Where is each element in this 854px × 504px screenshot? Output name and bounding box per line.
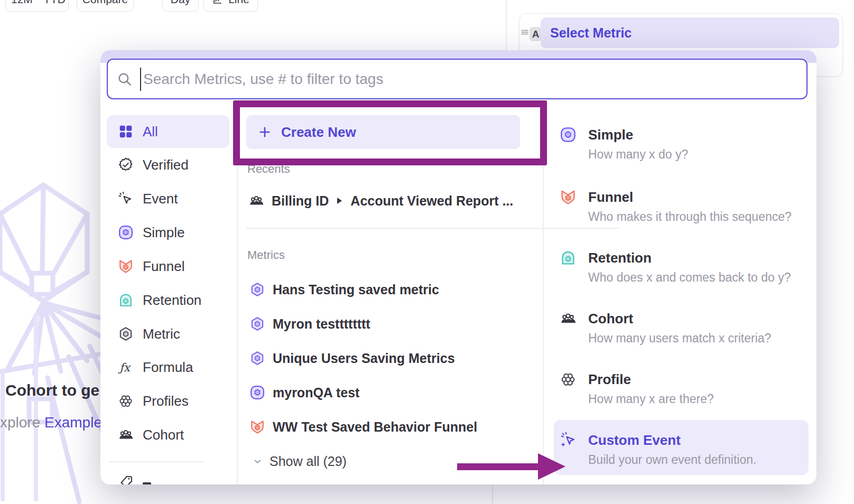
sidebar-item-formula[interactable]: Formula (107, 351, 229, 384)
sidebar-item-label: Profiles (143, 393, 189, 409)
cohort-people-icon (248, 193, 264, 209)
type-desc-cohort: How many users match x criteria? (588, 331, 771, 346)
sidebar-item-label: Cohort (143, 427, 184, 443)
interval-label: Day (171, 0, 190, 6)
sidebar-item-funnel[interactable]: Funnel (107, 250, 229, 283)
compare-label: Compare (82, 0, 128, 6)
custom-event-icon[interactable] (560, 432, 577, 449)
interval-day-button[interactable]: Day (162, 0, 199, 12)
grid-icon (118, 124, 134, 139)
cohort-people-icon (118, 427, 134, 443)
event-cursor-icon (118, 191, 134, 207)
sidebar-item-label: Metric (143, 326, 180, 342)
sidebar-item-cohort[interactable]: Cohort (107, 418, 229, 451)
sidebar-item-label: Event (143, 191, 178, 207)
annotation-arrow (454, 448, 568, 486)
type-title-funnel[interactable]: Funnel (588, 188, 633, 206)
funnel-icon[interactable] (560, 189, 577, 206)
simple-metric-icon (118, 225, 134, 240)
type-title-profile[interactable]: Profile (588, 370, 631, 388)
sidebar-item-event[interactable]: Event (107, 182, 229, 215)
sidebar-item-all[interactable]: All (107, 115, 229, 148)
type-title-custom-event[interactable]: Custom Event (588, 431, 681, 449)
type-desc-profile: How many x are there? (588, 391, 714, 406)
sidebar-item-retention[interactable]: Retention (107, 284, 229, 316)
sidebar-item-simple[interactable]: Simple (107, 216, 229, 249)
recent-item-billing[interactable]: Billing ID Account Viewed Report ... (248, 185, 513, 217)
metric-item-label: Myron testttttttt (273, 316, 370, 332)
profiles-cluster-icon (118, 393, 134, 409)
show-all-label: Show all (29) (270, 454, 347, 469)
sidebar-item-clipped[interactable] (107, 466, 229, 484)
metric-list-item[interactable]: myronQA test (249, 377, 359, 408)
date-range-control[interactable]: 12M YTD (5, 0, 69, 12)
sidebar-item-label: Simple (143, 225, 184, 241)
retention-icon[interactable] (560, 249, 577, 266)
drag-handle-icon[interactable] (521, 28, 529, 36)
metrics-heading: Metrics (247, 247, 285, 263)
formula-fx-icon (118, 359, 134, 375)
row-letter-badge: A (530, 27, 542, 41)
chevron-down-icon (253, 456, 263, 466)
metric-hexagon-icon (118, 326, 134, 342)
annotation-highlight-box (233, 100, 547, 165)
chart-type-line-button[interactable]: Line (203, 0, 258, 12)
search-icon (117, 71, 133, 87)
metric-list-item[interactable]: Hans Testing saved metric (249, 274, 439, 305)
compare-button[interactable]: Compare (77, 0, 134, 12)
empty-state-headline: Cohort to ge (5, 381, 99, 399)
sidebar-item-label: Retention (143, 292, 201, 309)
range-12m-label[interactable]: 12M (11, 0, 33, 6)
metric-search-field[interactable] (107, 59, 807, 99)
type-desc-retention: Who does x and comes back to do y? (588, 270, 791, 285)
type-desc-funnel: Who makes it through this sequence? (588, 209, 792, 224)
sidebar-item-label: Verified (143, 157, 189, 173)
panel-divider-bottom (492, 484, 493, 504)
funnel-icon (118, 258, 134, 274)
saved-metric-hex-icon (249, 316, 265, 332)
app-screen: 12M YTD Compare Day Line A Select Metric… (0, 0, 854, 504)
line-chart-icon (212, 0, 223, 5)
select-metric-field[interactable]: Select Metric (541, 17, 839, 48)
sidebar-item-label: Formula (143, 359, 193, 376)
background-wireframe-illustration (0, 177, 106, 504)
chart-type-label: Line (228, 0, 249, 6)
recent-item-secondary: Account Viewed Report ... (350, 193, 513, 209)
simple-metric-icon[interactable] (560, 126, 577, 143)
type-title-simple[interactable]: Simple (588, 126, 633, 144)
show-all-button[interactable]: Show all (29) (253, 445, 347, 477)
empty-state-explore: xplore Example (0, 414, 102, 431)
sidebar-item-verified[interactable]: Verified (107, 148, 229, 181)
cohort-people-icon[interactable] (560, 310, 577, 327)
type-title-cohort[interactable]: Cohort (588, 310, 633, 328)
breadcrumb-arrow-icon (337, 198, 342, 204)
search-input[interactable] (143, 71, 806, 88)
type-desc-custom-event: Build your own event definition. (588, 452, 756, 467)
type-title-retention[interactable]: Retention (588, 249, 652, 267)
metric-item-label: Hans Testing saved metric (273, 282, 439, 297)
range-ytd-label[interactable]: YTD (43, 0, 66, 6)
sidebar-item-metric[interactable]: Metric (107, 318, 229, 350)
tag-icon (118, 474, 134, 484)
text-caret (140, 68, 141, 91)
explore-prefix: xplore (0, 414, 44, 431)
metric-item-label: myronQA test (273, 385, 359, 400)
saved-metric-hex-icon (249, 350, 265, 366)
simple-metric-icon (249, 385, 265, 400)
sidebar-item-label: All (143, 124, 158, 140)
funnel-icon (249, 419, 265, 435)
sidebar-item-profiles[interactable]: Profiles (107, 385, 229, 417)
saved-metric-hex-icon (249, 282, 265, 297)
example-reports-link[interactable]: Example (44, 414, 102, 431)
row-letter: A (532, 29, 540, 40)
recents-divider (246, 228, 619, 229)
metric-list-item[interactable]: WW Test Saved Behavior Funnel (249, 411, 477, 443)
profiles-cluster-icon[interactable] (560, 371, 577, 388)
sidebar-section-divider (109, 461, 203, 462)
sidebar-item-label: Funnel (143, 258, 185, 275)
metric-list-item[interactable]: Myron testttttttt (249, 308, 370, 340)
metric-item-label: WW Test Saved Behavior Funnel (273, 419, 477, 435)
verified-badge-icon (118, 157, 134, 173)
metric-list-item[interactable]: Unique Users Saving Metrics (249, 342, 455, 374)
select-metric-label: Select Metric (550, 25, 632, 41)
